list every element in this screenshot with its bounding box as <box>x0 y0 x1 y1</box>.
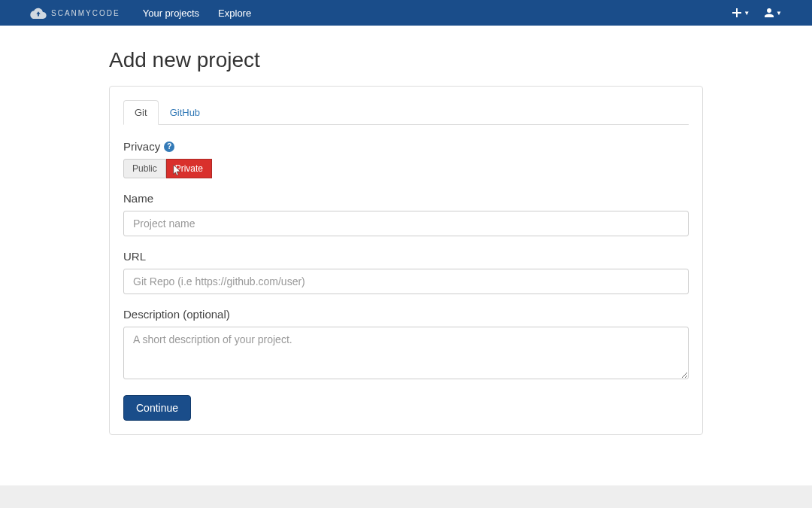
privacy-public-button[interactable]: Public <box>123 159 166 178</box>
form-panel: Git GitHub Privacy ? Public Private Name <box>109 86 703 435</box>
cloud-lock-icon <box>30 7 47 19</box>
brand-text: SCANMYCODE <box>51 9 120 17</box>
navbar: SCANMYCODE Your projects Explore ▼ ▼ <box>0 0 812 26</box>
name-input[interactable] <box>123 211 689 236</box>
privacy-label: Privacy ? <box>123 140 689 153</box>
user-menu[interactable]: ▼ <box>765 8 782 17</box>
user-icon <box>765 8 774 17</box>
url-input[interactable] <box>123 269 689 294</box>
description-label: Description (optional) <box>123 308 689 321</box>
add-menu[interactable]: ▼ <box>732 8 750 17</box>
page-title: Add new project <box>109 48 703 72</box>
nav-explore[interactable]: Explore <box>218 8 251 19</box>
description-textarea[interactable] <box>123 327 689 379</box>
url-label: URL <box>123 250 689 263</box>
plus-icon <box>732 8 741 17</box>
tab-git[interactable]: Git <box>123 100 159 125</box>
caret-down-icon: ▼ <box>776 10 782 17</box>
name-label: Name <box>123 192 689 205</box>
caret-down-icon: ▼ <box>744 10 750 17</box>
nav-your-projects[interactable]: Your projects <box>143 8 199 19</box>
brand-logo[interactable]: SCANMYCODE <box>30 7 120 19</box>
help-icon[interactable]: ? <box>164 141 174 152</box>
privacy-private-button[interactable]: Private <box>166 159 212 178</box>
privacy-toggle: Public Private <box>123 159 689 178</box>
source-tabs: Git GitHub <box>123 100 689 125</box>
tab-github[interactable]: GitHub <box>159 100 211 125</box>
continue-button[interactable]: Continue <box>123 395 191 421</box>
